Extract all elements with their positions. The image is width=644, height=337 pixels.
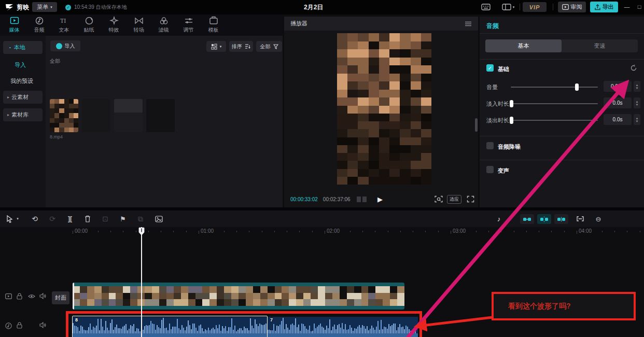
filter-all-button[interactable]: 全部 <box>256 41 282 52</box>
tab-text[interactable]: TI 文本 <box>52 16 76 35</box>
preview-image-top <box>337 33 431 114</box>
tab-transition[interactable]: 转场 <box>127 16 151 35</box>
audio-note-icon[interactable]: ♪ <box>494 210 504 227</box>
reset-icon[interactable] <box>630 64 637 72</box>
chevron-down-icon: ▾ <box>50 5 52 9</box>
select-tool-dropdown[interactable]: ▾ <box>15 210 21 227</box>
layout-switch-button[interactable]: ▾ <box>499 2 517 12</box>
snap-toggle[interactable] <box>520 214 534 224</box>
freeze-frame-button[interactable]: ⧉ <box>135 210 146 227</box>
lock-icon[interactable] <box>17 293 22 300</box>
tab-sticker[interactable]: 贴纸 <box>77 16 101 35</box>
fade-out-slider[interactable] <box>511 120 598 121</box>
sort-button[interactable]: 排序 <box>229 41 253 52</box>
video-preview[interactable] <box>337 33 431 185</box>
tab-speed[interactable]: 变速 <box>562 39 638 52</box>
view-mode-button[interactable]: ▾ <box>206 41 226 52</box>
export-button[interactable]: 导出 <box>590 2 618 12</box>
sidebar-item-presets[interactable]: 我的预设 <box>3 75 43 88</box>
media-thumbnail[interactable] <box>82 99 110 132</box>
delete-button[interactable] <box>82 210 93 227</box>
voice-change-checkbox[interactable] <box>486 166 494 173</box>
fade-in-slider-handle[interactable] <box>510 100 513 107</box>
clip-trim-handle[interactable] <box>73 283 74 310</box>
grid-view-icon <box>211 44 217 50</box>
marker-flag-button[interactable]: ⚑ <box>117 210 129 227</box>
fit-button[interactable]: 适应 <box>447 195 461 204</box>
shortcut-keyboard-button[interactable] <box>479 2 493 12</box>
tab-filter[interactable]: 滤镜 <box>151 16 176 35</box>
filter-button-label: 全部 <box>260 43 271 50</box>
undo-button[interactable]: ⟲ <box>29 210 40 227</box>
export-icon <box>595 4 600 10</box>
fade-out-value[interactable]: 0.0s <box>604 114 632 125</box>
audio-icon <box>34 16 45 25</box>
tab-audio[interactable]: 音频 <box>27 16 51 35</box>
fade-out-slider-handle[interactable] <box>510 117 513 124</box>
panel-resize-handle[interactable] <box>475 118 478 132</box>
media-thumbnail[interactable] <box>50 99 78 132</box>
media-thumbnail[interactable] <box>114 99 143 132</box>
current-timecode: 00:00:33:02 <box>290 196 318 202</box>
preview-axis-toggle[interactable] <box>554 214 568 224</box>
sidebar-item-label: 本地 <box>14 44 25 51</box>
sidebar-item-asset-library[interactable]: ▸ 素材库 <box>3 108 43 121</box>
denoise-checkbox[interactable] <box>486 142 494 149</box>
split-button[interactable]: ][ <box>64 210 76 227</box>
clip-bottom-strip <box>73 306 404 310</box>
frame-preview-icon[interactable] <box>357 196 367 202</box>
mask-image-button[interactable] <box>152 210 165 227</box>
timeline-link-button[interactable] <box>575 210 586 227</box>
mute-speaker-icon[interactable] <box>39 322 46 328</box>
import-media-button[interactable]: 导入 <box>50 40 80 51</box>
select-tool-button[interactable] <box>4 210 15 227</box>
sidebar-item-cloud-assets[interactable]: ▸ 云素材 <box>3 91 43 104</box>
vip-badge[interactable]: VIP <box>523 2 547 12</box>
fade-in-stepper[interactable]: ▲▼ <box>634 97 640 108</box>
volume-slider[interactable] <box>511 87 598 88</box>
eye-icon[interactable] <box>28 294 35 299</box>
minimize-button[interactable]: — <box>621 1 633 12</box>
volume-stepper[interactable]: ▲▼ <box>634 81 640 92</box>
media-thumbnail[interactable] <box>146 99 175 132</box>
playhead[interactable] <box>141 227 142 337</box>
fade-in-slider[interactable] <box>511 103 598 104</box>
mute-speaker-icon[interactable] <box>39 293 46 299</box>
playhead-handle[interactable] <box>138 227 145 236</box>
lock-icon[interactable] <box>17 322 22 329</box>
tab-media[interactable]: 媒体 <box>2 16 26 35</box>
fullscreen-icon[interactable] <box>467 195 474 203</box>
player-title: 播放器 <box>290 20 307 27</box>
tab-effects[interactable]: 特效 <box>102 16 126 35</box>
volume-value[interactable]: 0.0dB <box>604 81 632 92</box>
video-clip[interactable] <box>73 283 404 310</box>
tab-template[interactable]: 模板 <box>201 16 226 35</box>
tab-audio-label: 音频 <box>34 26 45 34</box>
sidebar-item-local[interactable]: • 本地 <box>3 41 43 54</box>
tab-adjust[interactable]: 调节 <box>176 16 201 35</box>
maximize-button[interactable]: □ <box>634 1 644 12</box>
fade-in-value[interactable]: 0.0s <box>604 97 632 108</box>
play-button[interactable]: ▶ <box>377 195 383 203</box>
volume-slider-handle[interactable] <box>575 83 579 91</box>
template-icon <box>208 16 219 25</box>
review-button[interactable]: 审阅 <box>558 2 586 12</box>
sort-button-label: 排序 <box>232 43 242 50</box>
denoise-label: 音频降噪 <box>498 143 521 151</box>
tab-basic[interactable]: 基本 <box>485 39 562 52</box>
link-preview-toggle[interactable] <box>537 214 551 224</box>
sidebar-item-import[interactable]: 导入 <box>3 59 43 72</box>
zoom-focus-icon[interactable] <box>435 195 443 203</box>
fade-in-label: 淡入时长 <box>486 100 509 108</box>
basic-section-checkbox[interactable]: ✓ <box>486 64 494 72</box>
panel-menu-icon[interactable] <box>465 21 472 26</box>
autosave-status: ✓ 10:54:39 自动保存本地 <box>65 4 127 11</box>
fade-out-stepper[interactable]: ▲▼ <box>634 114 640 125</box>
crop-button[interactable]: ⊡ <box>100 210 111 227</box>
menu-button[interactable]: 菜单 ▾ <box>32 2 57 12</box>
zoom-out-button[interactable]: ⊖ <box>593 210 604 227</box>
cover-button[interactable]: 封面 <box>52 291 69 304</box>
video-track-icon <box>5 293 12 299</box>
redo-button[interactable]: ⟳ <box>47 210 58 227</box>
annotation-callout-text: 看到这个波形了吗? <box>508 302 571 311</box>
